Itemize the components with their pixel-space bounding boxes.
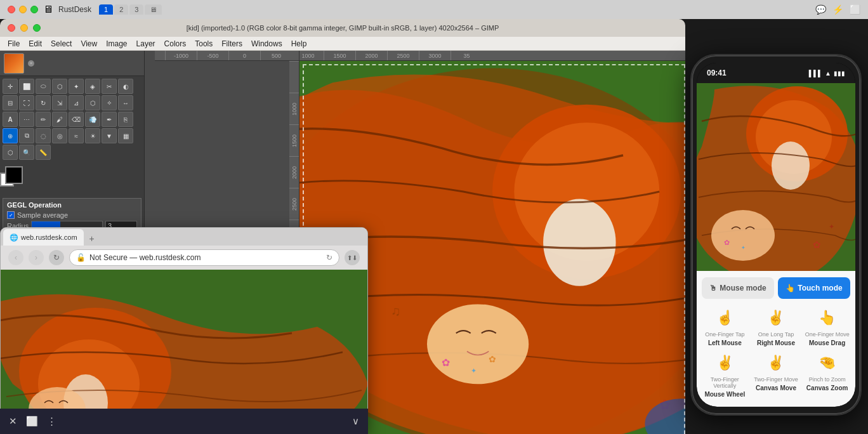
tool-clone[interactable]: ⎘ — [118, 112, 133, 127]
tool-airbrush[interactable]: 💨 — [85, 112, 100, 127]
titlebar-icons: 💬 ⚡ ⬜ — [815, 4, 860, 15]
chat-icon[interactable]: 💬 — [815, 4, 826, 15]
refresh-button[interactable]: ↻ — [49, 250, 64, 265]
lightning-icon[interactable]: ⚡ — [832, 4, 843, 15]
tab-2[interactable]: 2 — [114, 4, 128, 15]
tab-container: 1 2 3 🖥 — [99, 4, 162, 15]
mouse-mode-btn[interactable]: 🖱 Mouse mode — [702, 277, 774, 299]
tab-title: web.rustdesk.com — [21, 233, 77, 241]
svg-point-5 — [427, 304, 529, 384]
tool-crop[interactable]: ⛶ — [19, 95, 34, 110]
tool-flip[interactable]: ↔ — [118, 95, 133, 110]
menu-windows[interactable]: Windows — [247, 38, 286, 49]
tool-transform[interactable]: ⟡ — [102, 95, 117, 110]
phone-statusbar: 09:41 ▌▌▌ ▲ ▮▮▮ — [697, 63, 855, 83]
gesture-right-mouse: ✌ One Long Tap Right Mouse — [753, 306, 799, 346]
fullscreen-icon[interactable]: ⬜ — [850, 4, 860, 15]
gesture-canvas-move: ✌ Two-Finger Move Canvas Move — [753, 352, 799, 398]
gesture-sub-4: Two-Finger Move — [754, 376, 798, 383]
rustdesk-icon: 🖥 — [43, 4, 53, 15]
gesture-sub-0: One-Finger Tap — [705, 331, 744, 338]
tool-sharpen[interactable]: ◎ — [52, 128, 67, 143]
tool-rotate[interactable]: ↻ — [36, 95, 51, 110]
menu-layer[interactable]: Layer — [133, 38, 159, 49]
tool-free-select[interactable]: ⬡ — [52, 79, 67, 94]
maximize-button[interactable] — [30, 6, 38, 13]
tab-screen[interactable]: 🖥 — [145, 4, 162, 15]
svg-text:✦: ✦ — [471, 367, 477, 374]
gimp-close-btn[interactable] — [8, 24, 15, 32]
toolbar-menu-btn[interactable]: ⋮ — [47, 416, 56, 427]
tool-by-color-select[interactable]: ◈ — [85, 79, 100, 94]
svg-text:✿: ✿ — [724, 239, 730, 246]
tool-zoom[interactable]: 🔍 — [19, 145, 34, 160]
toolbar-expand-btn[interactable]: ∨ — [352, 416, 359, 427]
ruler-mark-h: 0 — [228, 51, 260, 60]
ruler-mark-h: 2000 — [355, 51, 387, 60]
sample-average-checkbox[interactable]: ✓ — [7, 211, 15, 219]
menu-select[interactable]: Select — [47, 38, 76, 49]
tool-bucket-fill[interactable]: ▼ — [102, 128, 117, 143]
menu-colors[interactable]: Colors — [161, 38, 190, 49]
tool-scissors[interactable]: ✂ — [102, 79, 117, 94]
menu-file[interactable]: File — [4, 38, 23, 49]
tool-blur[interactable]: ◌ — [36, 128, 51, 143]
browser-active-tab[interactable]: 🌐 web.rustdesk.com — [3, 229, 84, 246]
address-bar[interactable]: 🔓 Not Secure — web.rustdesk.com ↻ — [69, 249, 339, 266]
battery-icon: ▮▮▮ — [834, 70, 845, 77]
tool-align[interactable]: ⊟ — [3, 95, 18, 110]
forward-button[interactable]: › — [29, 250, 44, 265]
close-button[interactable] — [8, 6, 15, 13]
touch-mode-btn[interactable]: 👆 Touch mode — [778, 277, 850, 299]
minimize-button[interactable] — [19, 6, 27, 13]
menu-filters[interactable]: Filters — [218, 38, 246, 49]
toolbar-window-btn[interactable]: ⬜ — [26, 416, 38, 427]
menu-image[interactable]: Image — [102, 38, 131, 49]
tool-paintbrush[interactable]: 🖌 — [52, 112, 67, 127]
tool-smudge[interactable]: ≈ — [69, 128, 84, 143]
svg-text:✿: ✿ — [813, 239, 821, 250]
tool-pencil[interactable]: ✏ — [36, 112, 51, 127]
tool-perspective-clone[interactable]: ⧉ — [19, 128, 34, 143]
ruler-mark-h: -1000 — [165, 51, 197, 60]
tool-foreground-select[interactable]: ◐ — [118, 79, 133, 94]
tab-3[interactable]: 3 — [129, 4, 143, 15]
menu-help[interactable]: Help — [287, 38, 311, 49]
tab-1[interactable]: 1 — [99, 4, 113, 15]
toolbar-expand-area: ∨ — [65, 416, 359, 427]
gimp-minimize-btn[interactable] — [20, 24, 28, 32]
expand-button[interactable]: ⬆⬇ — [345, 250, 360, 265]
ruler-mark-v: 1500 — [289, 124, 299, 156]
tool-text[interactable]: A — [3, 112, 18, 127]
tool-heal[interactable]: ⊕ — [3, 128, 18, 143]
tool-color-picker[interactable]: ⬡ — [3, 145, 18, 160]
thumbnail-close-btn[interactable]: × — [28, 60, 34, 67]
phone-screen: 09:41 ▌▌▌ ▲ ▮▮▮ — [697, 63, 855, 407]
tool-scale[interactable]: ⇲ — [52, 95, 67, 110]
tool-dodge-burn[interactable]: ☀ — [85, 128, 100, 143]
new-tab-button[interactable]: + — [85, 232, 99, 246]
tool-path[interactable]: ⋯ — [19, 112, 34, 127]
menu-edit[interactable]: Edit — [25, 38, 46, 49]
menu-view[interactable]: View — [77, 38, 101, 49]
ruler-mark-v: 2500 — [289, 188, 299, 220]
menu-tools[interactable]: Tools — [191, 38, 216, 49]
tool-ink[interactable]: ✒ — [102, 112, 117, 127]
tool-blend[interactable]: ▦ — [118, 128, 133, 143]
back-button[interactable]: ‹ — [8, 250, 23, 265]
tool-move[interactable]: ✛ — [3, 79, 18, 94]
tool-measure[interactable]: 📏 — [36, 145, 51, 160]
tool-fuzzy-select[interactable]: ✦ — [69, 79, 84, 94]
foreground-color-swatch[interactable] — [5, 166, 23, 184]
tool-ellipse-select[interactable]: ⬭ — [36, 79, 51, 94]
gimp-maximize-btn[interactable] — [33, 24, 41, 32]
tool-eraser[interactable]: ⌫ — [69, 112, 84, 127]
image-thumbnail[interactable] — [4, 53, 24, 74]
gesture-label-2: Mouse Drag — [809, 339, 845, 346]
phone-artwork: ✿ ✦ ✿ ✦ — [697, 83, 855, 280]
tool-perspective[interactable]: ⬡ — [85, 95, 100, 110]
tool-rect-select[interactable]: ⬜ — [19, 79, 34, 94]
toolbar-close-btn[interactable]: ✕ — [9, 416, 17, 427]
refresh-icon-small: ↻ — [326, 253, 332, 262]
tool-shear[interactable]: ⊿ — [69, 95, 84, 110]
